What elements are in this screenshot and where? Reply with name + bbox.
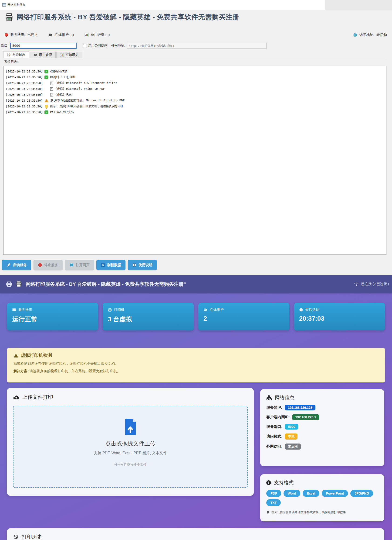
warning-line2: 解决方案: 请连接真实的物理打印机，并在系统中设置为默认打印机。 (14, 369, 378, 373)
log-timestamp: [2025-10-23 20:35:50] (6, 105, 43, 108)
warning-solution-text: 请连接真实的物理打印机，并在系统中设置为默认打印机。 (29, 369, 120, 373)
button-label: 停止服务 (44, 263, 58, 267)
format-pill-word: Word (284, 490, 300, 497)
online-users: 在线用户: 0 (49, 33, 74, 37)
external-address-input[interactable] (127, 43, 267, 49)
stat-card-service-status: 服务状态 运行正常 (7, 303, 98, 330)
open-webpage-button[interactable]: 打开网页 (65, 260, 94, 270)
button-label: 刷新数据 (107, 263, 121, 267)
tab-bar: 系统日志 用户管理 打印历史 (3, 51, 387, 58)
stat-value: 20:37:03 (299, 315, 380, 322)
stat-value: 运行正常 (12, 315, 93, 324)
book-icon (132, 263, 136, 267)
upload-panel: 上传文件打印 点击或拖拽文件上传 支持 PDF, Word, Excel, PP… (7, 388, 254, 496)
stat-label: 打印机 (114, 308, 124, 312)
document-icon (49, 93, 53, 96)
dropzone-note-text: 可一次性选择多个文件 (114, 463, 147, 467)
button-label: 使用说明 (138, 263, 152, 267)
total-users-value: 0 (108, 33, 110, 37)
users-icon (203, 308, 208, 312)
log-timestamp: [2025-10-23 20:35:50] (6, 70, 43, 73)
row-label: 客户端内网IP: (266, 415, 289, 420)
cloud-upload-icon (13, 394, 19, 400)
window-titlebar: 网络打印服务 (0, 0, 325, 10)
public-access-label: 启用公网访问 (88, 44, 108, 48)
server-ip-badge: 192.168.226.128 (285, 405, 315, 410)
stat-label: 服务状态 (18, 308, 32, 312)
globe-icon (353, 33, 357, 37)
access-address-value: 未启动 (376, 33, 387, 37)
bulb-icon (266, 510, 270, 514)
web-page: 网络打印服务系统 - BY 吾爱破解 - 隐藏英雄 - 免费共享软件无需购买注册… (0, 275, 392, 540)
format-pill-excel: Excel (303, 490, 320, 497)
network-row-access-mode: 访问模式: 本地 (266, 434, 378, 440)
port-badge: 5000 (285, 424, 298, 430)
log-text: 检测到 3 台打印机 (50, 75, 76, 79)
supported-formats-panel: 支持格式 PDF Word Excel PowerPoint JPG/PNG T… (260, 474, 384, 521)
file-upload-icon (124, 418, 137, 435)
bulb-icon (44, 105, 48, 108)
refresh-data-button[interactable]: 刷新数据 (96, 260, 125, 270)
status-bar: 服务状态: 已停止 在线用户: 0 总用户数: 0 访问地址: 未启动 (5, 33, 387, 37)
web-page-title: 网络打印服务系统 - BY 吾爱破解 - 隐藏英雄 - 免费共享软件无需购买注册… (26, 281, 186, 287)
tab-system-log[interactable]: 系统日志 (3, 51, 29, 58)
stat-cards: 服务状态 运行正常 打印机 3 台虚拟 在线用户 2 (7, 303, 385, 330)
tab-print-history[interactable]: 打印历史 (56, 52, 82, 58)
warning-title-text: 虚拟打印机检测 (21, 352, 52, 358)
format-pill-jpg-png: JPG/PNG (350, 490, 373, 497)
tab-label: 系统日志 (12, 53, 25, 57)
stop-service-button[interactable]: 停止服务 (34, 260, 63, 270)
stat-label: 在线用户 (210, 308, 224, 312)
status-dot-icon (5, 33, 8, 37)
check-icon (44, 110, 48, 114)
log-timestamp: [2025-10-23 20:35:50] (6, 99, 43, 102)
row-label: 服务端口: (266, 424, 282, 429)
tab-user-management[interactable]: 用户管理 (30, 52, 56, 58)
check-icon (44, 70, 48, 73)
stat-card-printers: 打印机 3 台虚拟 (103, 303, 194, 330)
network-row-port: 服务端口: 5000 (266, 424, 378, 430)
tab-label: 用户管理 (39, 53, 52, 57)
history-icon (13, 534, 19, 540)
start-service-button[interactable]: 启动服务 (2, 260, 31, 270)
titlebar-right-patch (325, 0, 392, 10)
chart-icon (84, 33, 89, 37)
stat-value: 3 台虚拟 (108, 315, 189, 324)
log-text: (虚拟) Fax (55, 93, 71, 97)
system-log-box[interactable]: [2025-10-23 20:35:50] 程序启动成功 [2025-10-23… (3, 66, 387, 255)
format-pill-pdf: PDF (266, 490, 281, 497)
chart-tab-icon (60, 53, 64, 57)
service-status: 服务状态: 已停止 (5, 33, 38, 37)
app-header: 网络打印服务系统 - BY 吾爱破解 - 隐藏英雄 - 免费共享软件无需购买注册 (5, 13, 239, 22)
dropzone-formats-text: 支持 PDF, Word, Excel, PPT, 图片, 文本文件 (94, 451, 167, 456)
check-icon (44, 75, 48, 79)
format-pills: PDF Word Excel PowerPoint JPG/PNG TXT (266, 490, 376, 506)
button-label: 打开网页 (76, 263, 90, 267)
port-input[interactable] (10, 43, 77, 49)
total-users-label: 总用户数: (91, 33, 106, 37)
client-ip-badge: 192.168.226.1 (292, 414, 319, 420)
file-dropzone[interactable]: 点击或拖拽文件上传 支持 PDF, Word, Excel, PPT, 图片, … (13, 406, 248, 488)
row-label: 外网访问: (266, 444, 282, 449)
public-access-checkbox[interactable] (83, 44, 86, 47)
port-row: 端口: 启用公网访问 外网地址: (1, 43, 267, 49)
stat-label: 最后活动 (305, 308, 319, 312)
formats-tip: 提示: 系统会自动处理文件格式转换，确保最佳打印效果 (266, 510, 378, 514)
web-header-bar: 网络打印服务系统 - BY 吾爱破解 - 隐藏英雄 - 免费共享软件无需购买注册… (0, 275, 392, 293)
warning-icon (44, 99, 49, 102)
usage-help-button[interactable]: 使用说明 (128, 260, 157, 270)
button-label: 启动服务 (13, 263, 27, 267)
app-main-title: 网络打印服务系统 - BY 吾爱破解 - 隐藏英雄 - 免费共享软件无需购买注册 (16, 13, 239, 22)
log-text: Pillow 库已安装 (50, 110, 74, 114)
document-icon (49, 82, 53, 85)
history-panel-title: 打印历史 (22, 534, 42, 540)
log-text: 默认打印机是虚拟打印机: Microsoft Print to PDF (50, 99, 125, 103)
printer-emoji-icon (16, 281, 22, 287)
format-pill-powerpoint: PowerPoint (322, 490, 348, 497)
stat-value: 2 (203, 315, 284, 322)
users-tab-icon (34, 53, 37, 57)
row-label: 访问模式: (266, 434, 282, 439)
service-status-value: 已停止 (27, 33, 38, 37)
stat-card-last-activity: 最后活动 20:37:03 (294, 303, 385, 330)
access-address: 访问地址: 未启动 (353, 33, 387, 37)
